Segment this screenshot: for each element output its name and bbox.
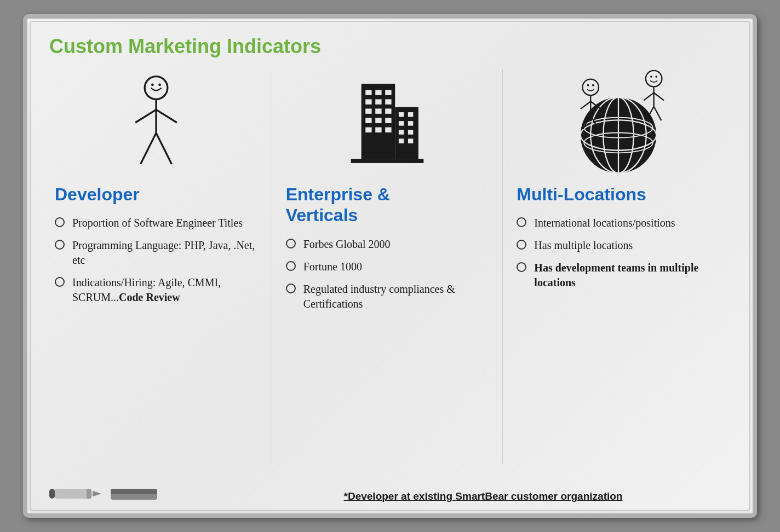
list-item: International locations/positions [517, 216, 720, 230]
divider-1 [272, 69, 272, 464]
svg-line-45 [580, 101, 590, 109]
bullet-circle [55, 240, 65, 250]
svg-rect-13 [375, 99, 381, 104]
footer: *Developer at existing SmartBear custome… [49, 470, 731, 502]
list-item: Has development teams in multiple locati… [517, 261, 720, 290]
svg-rect-62 [111, 489, 157, 494]
bullet-text: Fortune 1000 [303, 259, 362, 274]
list-item: Fortune 1000 [286, 259, 489, 274]
globe-people-icon [553, 68, 684, 180]
bullet-text: Proportion of Software Engineer Titles [72, 216, 243, 230]
multilocations-column: Multi-Locations International locations/… [506, 69, 731, 464]
enterprise-bullet-list: Forbes Global 2000 Fortune 1000 Regulate… [286, 237, 489, 319]
bullet-circle [55, 217, 65, 227]
multilocations-icon-area [517, 69, 720, 178]
bullet-text: International locations/positions [534, 216, 675, 230]
svg-rect-21 [365, 128, 371, 132]
multilocations-heading: Multi-Locations [517, 184, 646, 205]
svg-rect-17 [385, 108, 391, 113]
developer-bullet-list: Proportion of Software Engineer Titles P… [55, 216, 258, 313]
svg-point-51 [655, 76, 657, 78]
list-item: Has multiple locations [517, 238, 720, 253]
svg-point-0 [145, 77, 168, 100]
svg-rect-25 [399, 112, 404, 117]
svg-rect-20 [385, 118, 391, 123]
svg-rect-10 [375, 90, 381, 95]
bullet-text: Has development teams in multiple locati… [534, 261, 720, 290]
svg-rect-23 [385, 128, 391, 132]
multilocations-bullet-list: International locations/positions Has mu… [517, 216, 720, 298]
bullet-circle [286, 239, 296, 248]
whiteboard: Custom Marketing Indicators [23, 14, 757, 518]
svg-rect-60 [87, 489, 91, 499]
svg-rect-14 [385, 99, 391, 104]
developer-icon-area [55, 69, 258, 178]
svg-rect-11 [385, 90, 391, 95]
svg-rect-29 [399, 130, 404, 135]
svg-point-1 [151, 83, 154, 86]
list-item: Regulated industry compliances & Certifi… [286, 282, 489, 311]
enterprise-heading: Enterprise &Verticals [286, 184, 390, 226]
footer-note: *Developer at existing SmartBear custome… [236, 490, 731, 502]
svg-line-53 [644, 93, 653, 101]
bullet-circle [286, 261, 296, 271]
enterprise-column: Enterprise &Verticals Forbes Global 2000… [275, 69, 500, 464]
bullet-text: Regulated industry compliances & Certifi… [303, 282, 489, 311]
svg-rect-28 [408, 121, 413, 126]
list-item: Indications/Hiring: Agile, CMMI, SCRUM..… [55, 275, 258, 305]
svg-rect-24 [395, 107, 418, 159]
svg-point-43 [592, 84, 594, 86]
enterprise-icon-area [286, 69, 489, 178]
svg-point-42 [587, 84, 589, 86]
bullet-text: Indications/Hiring: Agile, CMMI, SCRUM..… [72, 275, 258, 305]
svg-rect-32 [408, 138, 413, 143]
svg-rect-27 [399, 121, 404, 126]
svg-rect-30 [408, 130, 413, 135]
svg-rect-59 [49, 489, 55, 499]
eraser-icon [110, 486, 159, 502]
svg-line-54 [653, 93, 663, 101]
svg-rect-16 [375, 108, 381, 113]
bullet-circle [517, 240, 526, 250]
marker-icon [49, 483, 104, 502]
marker-area [49, 470, 159, 502]
svg-line-4 [135, 109, 156, 123]
developer-heading: Developer [55, 184, 140, 205]
svg-rect-12 [365, 99, 371, 104]
bullet-circle [55, 277, 65, 287]
svg-point-41 [582, 79, 599, 96]
list-item: Proportion of Software Engineer Titles [55, 216, 258, 230]
bullet-text: Forbes Global 2000 [303, 237, 391, 252]
svg-rect-22 [375, 128, 381, 132]
svg-rect-19 [375, 118, 381, 123]
svg-point-49 [646, 71, 662, 87]
svg-rect-31 [399, 138, 404, 143]
building-icon [343, 73, 431, 174]
divider-2 [502, 69, 503, 464]
page-title: Custom Marketing Indicators [49, 35, 731, 58]
svg-marker-58 [93, 491, 101, 496]
svg-line-7 [156, 133, 171, 164]
list-item: Programming Language: PHP, Java, .Net, e… [55, 238, 258, 268]
list-item: Forbes Global 2000 [286, 237, 489, 252]
bullet-text: Programming Language: PHP, Java, .Net, e… [72, 238, 258, 268]
svg-rect-18 [365, 118, 371, 123]
svg-line-5 [156, 109, 177, 123]
svg-point-50 [650, 76, 652, 78]
svg-rect-33 [351, 159, 424, 163]
svg-rect-26 [408, 112, 413, 117]
svg-point-2 [159, 83, 162, 86]
svg-line-6 [141, 133, 156, 164]
svg-rect-15 [365, 108, 371, 113]
stick-figure-icon [121, 73, 192, 174]
developer-column: Developer Proportion of Software Enginee… [49, 69, 269, 464]
bullet-text: Has multiple locations [534, 238, 633, 253]
bullet-circle [517, 262, 526, 272]
svg-rect-9 [365, 90, 371, 95]
columns-container: Developer Proportion of Software Enginee… [49, 69, 731, 464]
svg-line-56 [653, 106, 661, 120]
bullet-circle [517, 217, 526, 227]
bullet-circle [286, 284, 296, 293]
